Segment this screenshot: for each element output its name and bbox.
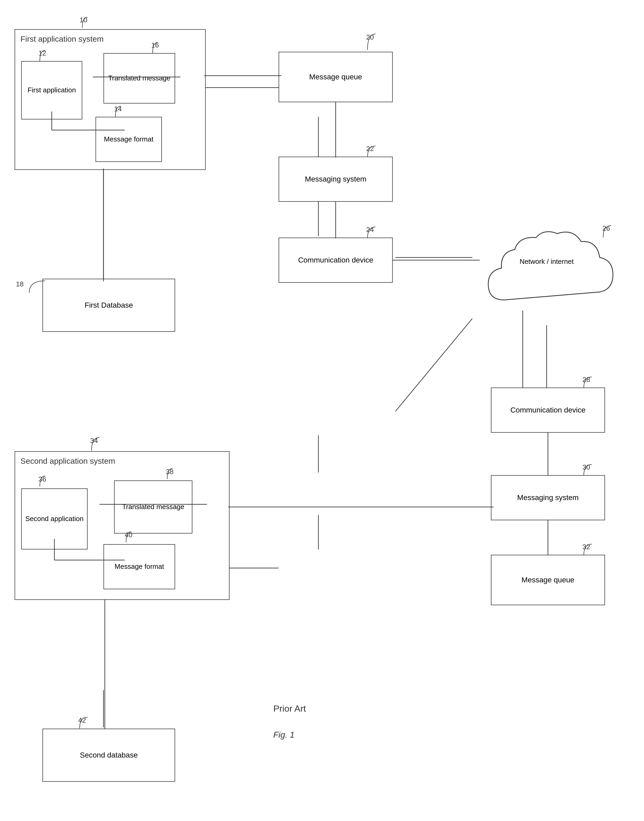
- bracket-42: [73, 715, 89, 730]
- network-cloud: Network / internet: [478, 226, 616, 327]
- prior-art-label: Prior Art: [273, 703, 306, 714]
- messaging-system-top-box: Messaging system: [279, 157, 393, 202]
- line-to-seconddb: [103, 599, 106, 729]
- line-mq-ms-top: [334, 102, 337, 157]
- bracket-18: [15, 278, 45, 294]
- bracket-26: [596, 223, 612, 239]
- line-ms30-mq32: [547, 520, 549, 556]
- message-queue-bottom-box: Message queue: [491, 555, 605, 605]
- comm-device-bottom-box: Communication device: [491, 388, 605, 433]
- bracket-22: [361, 143, 377, 159]
- bracket-24: [361, 224, 377, 240]
- second-app-system-label: Second application system: [20, 457, 115, 466]
- inner-lines-top: [21, 53, 181, 186]
- bracket-34: [85, 435, 101, 452]
- comm-device-top-box: Communication device: [279, 238, 393, 283]
- line-cd28-ms30: [547, 432, 549, 476]
- line-to-msgqueue: [204, 74, 281, 77]
- bracket-32: [577, 542, 593, 557]
- line-ms-cd-top: [334, 201, 337, 238]
- line-network-cd28: [545, 325, 548, 389]
- line-cd-network: [392, 259, 480, 261]
- bracket-30: [577, 462, 593, 477]
- cloud-svg: [478, 226, 616, 327]
- line-secondapp-ms30: [228, 506, 494, 508]
- fig-label: Fig. 1: [273, 730, 294, 740]
- bracket-10: [74, 15, 90, 31]
- diagram-container: { "title": "Patent Diagram Fig. 1", "nod…: [0, 0, 644, 821]
- bracket-28: [577, 374, 593, 390]
- first-app-system-label: First application system: [20, 35, 103, 43]
- messaging-system-bottom-box: Messaging system: [491, 475, 605, 520]
- bracket-20: [361, 31, 377, 52]
- message-queue-top-box: Message queue: [279, 52, 393, 102]
- network-label: Network / internet: [499, 258, 594, 266]
- inner-lines-bottom: [21, 478, 207, 605]
- svg-line-10: [396, 319, 472, 411]
- bracket-16: [146, 40, 159, 54]
- first-database-box: First Database: [43, 279, 175, 332]
- second-database-box: Second database: [43, 729, 175, 782]
- line-to-firstdb: [93, 169, 114, 281]
